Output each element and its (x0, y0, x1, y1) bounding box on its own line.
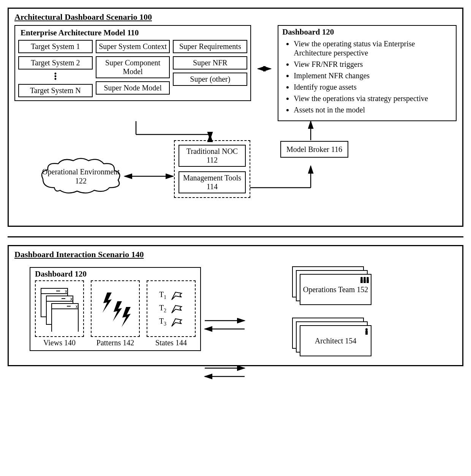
state-t2: T2 (159, 304, 166, 314)
operations-team-box: Operations Team 152 (292, 266, 368, 300)
target-system-n: Target System N (18, 84, 93, 97)
svg-point-24 (360, 277, 363, 279)
divider (8, 236, 463, 237)
bullet-5: Assets not in the model (294, 105, 452, 114)
views-box: x x x (35, 280, 84, 337)
views-label: Views 140 (35, 338, 84, 347)
scenario-140-title: Dashboard Interaction Scenario 140 (14, 250, 457, 259)
svg-rect-31 (365, 331, 368, 335)
flag-icon (170, 304, 183, 314)
states-box: T1 T2 T3 (147, 280, 196, 337)
bullet-4: View the operations via strategy perspec… (294, 94, 452, 103)
operational-environment-cloud: Operational Environment 122 (37, 155, 125, 197)
flag-icon (170, 317, 183, 327)
arrows-dashboard-teams (203, 305, 248, 382)
scenario-100-title: Architectural Dashboard Scenario 100 (14, 12, 457, 22)
architect-box: Architect 154 (292, 318, 368, 352)
bullet-2: Implement NFR changes (294, 71, 452, 80)
person-icon (364, 327, 369, 336)
super-system-context: Super System Context (96, 40, 170, 53)
super-node-model: Super Node Model (96, 81, 170, 95)
scenario-140: Dashboard Interaction Scenario 140 Dashb… (8, 245, 463, 366)
super-other: Super (other) (173, 73, 247, 86)
svg-rect-25 (360, 279, 363, 283)
svg-point-28 (367, 277, 369, 279)
states-label: States 144 (147, 338, 196, 347)
arrow-ea-dashboard (257, 63, 272, 74)
patterns-label: Patterns 142 (91, 338, 140, 347)
state-t3: T3 (159, 317, 166, 327)
super-nfr: Super NFR (173, 56, 247, 70)
bullet-3: Identify rogue assets (294, 82, 452, 92)
cloud-label: Operational Environment 122 (37, 167, 125, 185)
ea-model-title: Enterprise Architecture Model 110 (21, 28, 247, 38)
patterns-box (91, 280, 140, 337)
management-tools: Management Tools 114 (179, 171, 246, 193)
svg-point-26 (364, 277, 366, 279)
svg-rect-27 (364, 279, 366, 283)
ea-model-box: Enterprise Architecture Model 110 Target… (14, 25, 251, 101)
dashboard-120-box: Dashboard 120 View the operating status … (278, 25, 457, 121)
bullet-0: View the operating status via Enterprise… (294, 39, 452, 57)
flag-icon (170, 291, 183, 300)
state-t1: T1 (159, 290, 166, 300)
scenario-100: Architectural Dashboard Scenario 100 Ent… (8, 8, 463, 227)
svg-text:x: x (76, 304, 78, 309)
super-requirements: Super Requirements (173, 40, 247, 53)
target-system-1: Target System 1 (18, 40, 93, 53)
traditional-noc: Traditional NOC 112 (179, 145, 246, 167)
svg-point-30 (365, 328, 368, 331)
target-system-2: Target System 2 (18, 56, 93, 70)
svg-rect-29 (367, 279, 369, 283)
svg-text:x: x (70, 296, 73, 302)
dashboard-120-detail: Dashboard 120 x (30, 267, 201, 351)
operations-team-label: Operations Team 152 (303, 285, 368, 294)
dashboard-bullets: View the operating status via Enterprise… (282, 39, 452, 114)
model-broker: Model Broker 116 (280, 141, 348, 158)
noc-tools-group: Traditional NOC 112 Management Tools 114 (174, 140, 250, 198)
vdots-icon: ••• (18, 73, 93, 81)
svg-rect-16 (52, 304, 78, 332)
svg-text:x: x (65, 289, 67, 294)
bullet-1: View FR/NFR triggers (294, 60, 452, 69)
super-component-model: Super Component Model (96, 56, 170, 78)
lightning-icon (96, 288, 134, 330)
windows-icon: x x x (39, 286, 81, 332)
dashboard-120-title: Dashboard 120 (282, 27, 452, 37)
dashboard-120-detail-title: Dashboard 120 (35, 269, 196, 279)
architect-label: Architect 154 (315, 336, 356, 345)
people-icon (359, 276, 369, 285)
